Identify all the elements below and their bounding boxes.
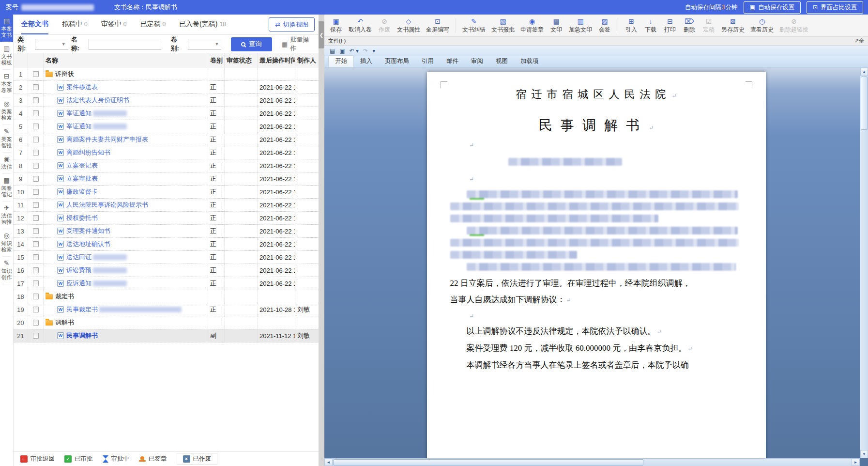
保存-button[interactable]: ▣保存 [326,16,346,35]
ribbon-tab-邮件[interactable]: 邮件 [440,56,465,67]
panel-splitter[interactable]: ❮ [319,15,324,466]
加急文印-button[interactable]: ▥加急文印 [566,16,595,35]
ribbon-tab-引用[interactable]: 引用 [415,56,440,67]
table-row[interactable]: 13W受理案件通知书正2021-06-22 16 [14,225,319,238]
table-row[interactable]: 6W离婚案件夫妻共同财产申报表正2021-06-22 16 [14,133,319,146]
row-checkbox[interactable] [33,110,39,116]
document-link[interactable]: 送达地址确认书 [66,240,110,249]
ribbon-tab-审阅[interactable]: 审阅 [465,56,489,67]
sidebar-item-本案卷宗[interactable]: ⊟本案卷宗 [0,70,13,97]
batch-operations-button[interactable]: ▦批量操作 [282,35,315,53]
scroll-right-button[interactable]: ► [852,459,860,466]
undo-button[interactable]: ↶ ▾ [348,47,360,54]
customize-quick-access-button[interactable]: ▾ [371,47,377,54]
sidebar-item-类案检索[interactable]: ◎类案检索 [0,97,13,125]
autosave-settings-button[interactable]: ▣自动保存设置 [744,1,801,14]
row-checkbox[interactable] [33,176,39,182]
打印-button[interactable]: ⊟打印 [660,16,680,35]
row-checkbox[interactable] [33,241,39,247]
table-row[interactable]: 14W送达地址确认书正2021-06-22 16 [14,238,319,251]
vertical-scroll-thumb[interactable] [861,77,868,130]
layout-ratio-settings-button[interactable]: ⊡界面占比设置 [807,1,863,14]
document-link[interactable]: 授权委托书 [66,214,98,222]
document-link[interactable]: 人民法院民事诉讼风险提示书 [66,201,148,209]
document-link[interactable]: 廉政监督卡 [66,187,98,196]
search-button[interactable]: 查询 [231,37,272,51]
ribbon-tab-视图[interactable]: 视图 [489,56,514,67]
row-checkbox[interactable] [33,137,39,142]
会签-button[interactable]: ▨会签 [595,16,614,35]
row-checkbox[interactable] [33,189,39,195]
redo-button[interactable]: ↷ [362,47,369,54]
tab-已定稿[interactable]: 已定稿0 [140,15,166,34]
table-row[interactable]: 5W举证通知正2021-06-22 16 [14,120,319,133]
table-row[interactable]: 10W廉政监督卡正2021-06-22 16 [14,186,319,199]
table-row[interactable]: 12W授权委托书正2021-06-22 16 [14,212,319,225]
table-row[interactable]: 3W法定代表人身份证明书正2021-06-22 16 [14,94,319,107]
sidebar-item-知识检索[interactable]: ◎知识检索 [0,229,13,257]
tab-拟稿中[interactable]: 拟稿中0 [62,15,88,34]
table-row[interactable]: 4W举证通知正2021-06-22 16 [14,107,319,120]
row-checkbox[interactable] [33,294,39,299]
document-link[interactable]: 送达回证 [66,253,91,262]
row-checkbox[interactable] [33,202,39,208]
fullscreen-toggle[interactable]: ↗全 [854,37,864,45]
document-link[interactable]: 离婚案件夫妻共同财产申报表 [66,135,148,144]
vertical-scrollbar[interactable]: ▲ ▼ [860,68,868,458]
document-link[interactable]: 举证通知 [66,109,91,118]
sidebar-item-本案文书[interactable]: ▤本案文书 [0,15,13,42]
document-page[interactable]: 宿迁市宿城区人民法院↵ 民事调解书↵ ↵↵22 日立案后，依法进行了审理。在审理… [427,72,766,466]
row-checkbox[interactable] [33,333,39,339]
document-link[interactable]: 法定代表人身份证明书 [66,96,129,105]
查看历史-button[interactable]: ◷查看历史 [747,16,777,35]
table-row[interactable]: 21W民事调解书副2021-11-12 17刘敏 [14,329,319,342]
name-filter-input[interactable] [89,39,161,50]
file-menu[interactable]: 文件(F) [328,37,346,45]
document-link[interactable]: 诉讼费预 [66,266,91,275]
文书属性-button[interactable]: ◇文书属性 [394,16,423,35]
tab-已入卷(完稿)[interactable]: 已入卷(完稿)18 [179,15,226,34]
type-filter-select[interactable]: ▼ [35,39,68,50]
row-checkbox[interactable] [33,150,39,155]
ribbon-tab-页面布局[interactable]: 页面布局 [379,56,415,67]
row-checkbox[interactable] [33,124,39,129]
row-checkbox[interactable] [33,71,39,77]
document-link[interactable]: 应诉通知 [66,279,91,288]
row-checkbox[interactable] [33,254,39,260]
row-checkbox[interactable] [33,215,39,221]
table-row[interactable]: 11W人民法院民事诉讼风险提示书正2021-06-22 16 [14,199,319,212]
table-row[interactable]: 2W案件移送表正2021-06-22 16 [14,81,319,94]
row-checkbox[interactable] [33,320,39,326]
row-checkbox[interactable] [33,267,39,273]
sidebar-item-类案智推[interactable]: ✎类案智推 [0,125,13,153]
scroll-up-button[interactable]: ▲ [860,68,868,76]
下载-button[interactable]: ↓下载 [641,16,660,35]
table-row[interactable]: 17W应诉通知正2021-06-22 16 [14,277,319,290]
volume-filter-select[interactable]: ▼ [188,39,221,50]
row-checkbox[interactable] [33,228,39,234]
table-row[interactable]: 18裁定书 [14,290,319,303]
document-link[interactable]: 立案登记表 [66,161,98,170]
ribbon-tab-加载项[interactable]: 加载项 [514,56,545,67]
table-row[interactable]: 1诉辩状 [14,68,319,81]
quick-save-button[interactable]: ▣ [338,47,346,54]
table-row[interactable]: 7W离婚纠纷告知书正2021-06-22 16 [14,146,319,159]
另存历史-button[interactable]: ⊠另存历史 [718,16,747,35]
sidebar-item-法信[interactable]: ◉法信 [0,153,13,174]
文书纠错-button[interactable]: ✎文书纠错 [459,16,488,35]
table-row[interactable]: 15W送达回证正2021-06-22 16 [14,251,319,264]
scroll-down-button[interactable]: ▼ [860,450,868,458]
table-row[interactable]: 16W诉讼费预正2021-06-22 16 [14,264,319,277]
row-checkbox[interactable] [33,163,39,169]
horizontal-scroll-thumb[interactable] [333,459,643,466]
switch-view-button[interactable]: ⇄切换视图 [269,17,315,31]
取消入卷-button[interactable]: ↶取消入卷 [346,16,375,35]
引入-button[interactable]: ⊞引入 [622,16,641,35]
document-link[interactable]: 受理案件通知书 [66,227,110,235]
row-checkbox[interactable] [33,307,39,312]
table-row[interactable]: 20调解书 [14,316,319,329]
table-row[interactable]: 8W立案登记表正2021-06-22 16 [14,159,319,172]
ribbon-tab-开始[interactable]: 开始 [328,55,354,67]
sidebar-item-法信智推[interactable]: ✈法信智推 [0,202,13,229]
sidebar-item-知识创作[interactable]: ✎知识创作 [0,257,13,284]
